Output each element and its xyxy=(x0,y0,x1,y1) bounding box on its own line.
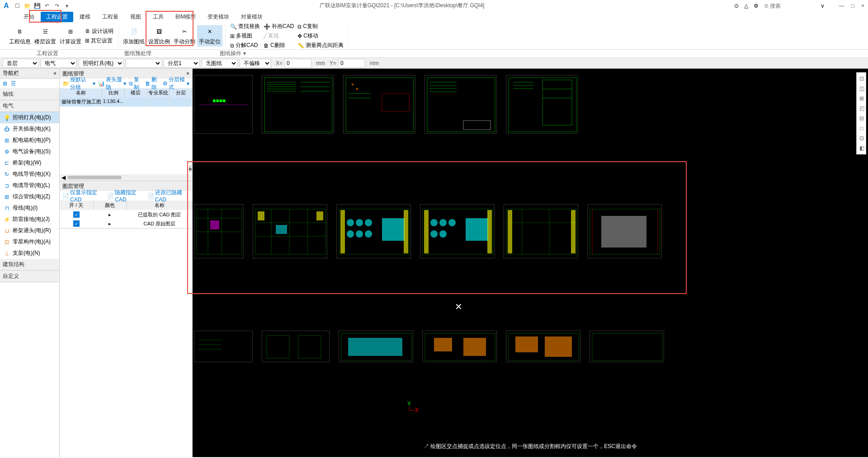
set-scale-button[interactable]: 🖼 设置比例 xyxy=(146,25,172,47)
x-input[interactable] xyxy=(284,59,311,68)
nav-section-custom[interactable]: 自定义 xyxy=(0,271,59,282)
expand-handle[interactable]: ▶ xyxy=(189,165,193,172)
thumb-2[interactable] xyxy=(262,75,334,134)
qat-new-icon[interactable]: ☐ xyxy=(14,3,20,9)
minimize-button[interactable]: — xyxy=(839,3,844,9)
nav-item[interactable]: ⊔桥架通头(电)(R) xyxy=(0,225,59,236)
nav-item[interactable]: ⊞配电箱柜(电)(P) xyxy=(0,135,59,146)
layer-select[interactable]: 分层1 xyxy=(164,59,200,68)
nav-item[interactable]: ⊓母线(电)(I) xyxy=(0,202,59,214)
design-notes-button[interactable]: 🗎设计说明 xyxy=(83,27,115,36)
help-icon[interactable]: ⊙ xyxy=(734,3,739,9)
manual-split-button[interactable]: ✂ 手动分割 xyxy=(172,25,197,47)
measure-button[interactable]: 📏测量两点间距离 xyxy=(296,41,345,50)
settings-icon[interactable]: ⚙ xyxy=(754,3,759,9)
nav-item[interactable]: 💡照明灯具(电)(D) xyxy=(0,112,59,123)
tab-tools[interactable]: 工具 xyxy=(147,12,169,22)
qat-save-icon[interactable]: 💾 xyxy=(34,3,40,9)
y-input[interactable] xyxy=(338,59,365,68)
floor-settings-button[interactable]: ☱ 楼层设置 xyxy=(33,25,58,47)
layer-row[interactable]: ✓ ▸ CAD 原始图层 xyxy=(60,219,192,228)
tab-start[interactable]: 开始 xyxy=(18,12,40,22)
rtool-7-icon[interactable]: ⊡ xyxy=(858,134,866,142)
rtool-1-icon[interactable]: ⊡ xyxy=(858,75,866,83)
c-copy-button[interactable]: ⧉C复制 xyxy=(296,22,345,31)
tab-view[interactable]: 视图 xyxy=(125,12,146,22)
add-drawing-button[interactable]: 📄 添加图纸 xyxy=(121,25,146,47)
thumb-r3-2[interactable] xyxy=(262,331,330,362)
thumb-4[interactable] xyxy=(425,75,497,134)
thumb-r3-4[interactable] xyxy=(422,331,497,362)
decompose-cad-button[interactable]: ⧉分解CAD xyxy=(228,41,262,50)
thumb-5[interactable] xyxy=(506,75,578,134)
layer-row[interactable]: ✓ ▸ 已提取的 CAD 图层 xyxy=(60,210,192,219)
rtool-8-icon[interactable]: ◧ xyxy=(858,144,866,152)
drawing-canvas[interactable]: ■■■■ xyxy=(193,69,868,457)
hscrollbar[interactable]: ◀ xyxy=(60,174,192,181)
qat-redo-icon[interactable]: ↷ xyxy=(54,3,60,9)
nav-item[interactable]: ⊏桥架(电)(W) xyxy=(0,157,59,168)
close-button[interactable]: × xyxy=(861,3,864,9)
tab-modeling[interactable]: 建模 xyxy=(74,12,96,22)
nav-item[interactable]: ⚙电气设备(电)(S) xyxy=(0,146,59,157)
c-delete-button[interactable]: 🗑C删除 xyxy=(262,41,296,50)
offset-select[interactable]: 不偏移 xyxy=(240,59,271,68)
floor-plan-3[interactable] xyxy=(336,204,411,258)
major-select[interactable]: 电气 xyxy=(41,59,77,68)
nav-section-axis[interactable]: 轴线 xyxy=(0,89,59,100)
nav-item[interactable]: ↻电线导管(电)(X) xyxy=(0,168,59,180)
tab-quantity[interactable]: 工程量 xyxy=(97,12,124,22)
thumb-1[interactable]: ■■■■ xyxy=(194,75,253,134)
tab-change[interactable]: 变更模块 xyxy=(202,12,235,22)
thumb-3[interactable] xyxy=(343,75,415,134)
paper-select[interactable]: 无图纸 xyxy=(202,59,238,68)
checkbox-icon[interactable]: ✓ xyxy=(73,211,80,218)
other-settings-button[interactable]: ⊞其它设置 xyxy=(83,37,115,45)
manual-locate-button[interactable]: ✕ 手动定位 xyxy=(197,25,222,47)
thumb-r3-1[interactable] xyxy=(194,331,253,362)
thumb-r3-6[interactable] xyxy=(590,331,664,362)
component-select[interactable]: 照明灯具(电) xyxy=(79,59,124,68)
floor-select[interactable]: 首层 xyxy=(3,59,39,68)
c-move-button[interactable]: ✥C移动 xyxy=(296,32,345,40)
rtool-4-icon[interactable]: ◰ xyxy=(858,104,866,112)
rtool-2-icon[interactable]: ◫ xyxy=(858,84,866,93)
floor-plan-5[interactable] xyxy=(504,204,578,258)
qat-open-icon[interactable]: 📁 xyxy=(24,3,30,9)
nav-section-elec[interactable]: 电气 xyxy=(0,100,59,112)
chevron-down-icon[interactable]: ∨ xyxy=(821,3,825,9)
nav-item[interactable]: ⊡零星构件(电)(A) xyxy=(0,236,59,248)
nav-close-icon[interactable]: × xyxy=(53,70,57,77)
nav-item[interactable]: ⊞综合管线(电)(Z) xyxy=(0,191,59,202)
tab-compare[interactable]: 对量模块 xyxy=(236,12,268,22)
rtool-3-icon[interactable]: ⊞ xyxy=(858,94,866,103)
cloud-icon[interactable]: △ xyxy=(744,3,748,9)
tab-project-settings[interactable]: 工程设置 xyxy=(41,12,73,22)
rtool-6-icon[interactable]: □ xyxy=(858,124,866,132)
calc-settings-button[interactable]: ⊞ 计算设置 xyxy=(58,25,83,47)
qat-more-icon[interactable]: ▾ xyxy=(64,3,70,9)
nav-tool2-icon[interactable]: ☰ xyxy=(11,80,16,87)
fill-cad-button[interactable]: ➕补画CAD xyxy=(262,22,296,31)
nav-tool1-icon[interactable]: ⊞ xyxy=(3,80,7,87)
nav-item[interactable]: ⚡防雷接地(电)(J) xyxy=(0,214,59,225)
nav-item[interactable]: ⊥支架(电)(N) xyxy=(0,248,59,259)
find-replace-button[interactable]: 🔍查找替换 xyxy=(228,22,262,31)
floor-plan-1[interactable] xyxy=(194,204,244,258)
qat-undo-icon[interactable]: ↶ xyxy=(44,3,50,9)
checkbox-icon[interactable]: ✓ xyxy=(73,220,80,227)
search-input[interactable] xyxy=(770,3,815,9)
tab-bim[interactable]: BIM模型 xyxy=(170,12,201,22)
nav-section-struct[interactable]: 建筑结构 xyxy=(0,259,59,271)
floor-plan-2[interactable] xyxy=(253,204,327,258)
multiview-button[interactable]: ⊞多视图 xyxy=(228,32,262,40)
nav-item[interactable]: ⏻开关插座(电)(K) xyxy=(0,123,59,135)
rtool-5-icon[interactable]: ⊟ xyxy=(858,114,866,122)
thumb-r3-5[interactable] xyxy=(506,331,580,362)
drawing-row[interactable]: 徽味馆餐厅施工图 (... 1:130.4... xyxy=(60,98,192,107)
project-info-button[interactable]: 🗎 工程信息 xyxy=(7,25,33,47)
maximize-button[interactable]: □ xyxy=(851,3,854,9)
subcomponent-select[interactable] xyxy=(126,59,162,68)
floor-plan-4[interactable] xyxy=(420,204,495,258)
nav-item[interactable]: ⊐电缆导管(电)(L) xyxy=(0,180,59,191)
